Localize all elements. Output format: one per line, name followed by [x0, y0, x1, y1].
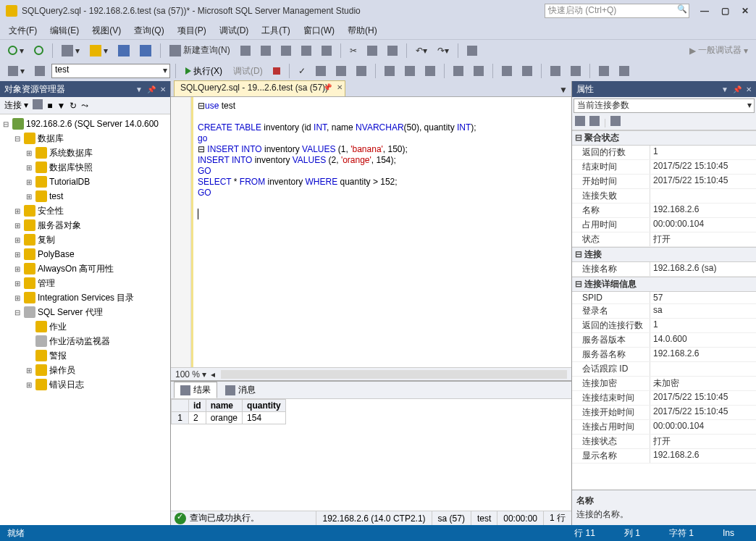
new-item-button[interactable]: ▾	[58, 43, 83, 58]
menu-project[interactable]: 项目(P)	[175, 25, 209, 37]
specify-values-button[interactable]	[547, 64, 564, 77]
col-quantity[interactable]: quantity	[243, 400, 286, 412]
quick-launch-input[interactable]: 快速启动 (Ctrl+Q)	[545, 4, 689, 18]
props-alphabetize-button[interactable]	[589, 116, 600, 128]
connect-button[interactable]: 连接 ▾	[4, 99, 28, 112]
oe-disconnect-button[interactable]	[33, 99, 43, 112]
table-row[interactable]: 12orange154	[172, 412, 286, 424]
tb-extra1-button[interactable]	[595, 64, 613, 77]
database-combo[interactable]: test	[51, 64, 170, 78]
object-filter-button[interactable]	[31, 64, 49, 77]
cut-button[interactable]: ✂	[346, 44, 361, 57]
paste-button[interactable]	[384, 44, 401, 57]
query-type4-button[interactable]	[298, 44, 315, 57]
props-categorize-button[interactable]	[575, 116, 585, 128]
results-file-button[interactable]	[421, 64, 439, 77]
props-events-button[interactable]	[610, 116, 621, 128]
management-node[interactable]: 管理	[38, 277, 55, 290]
menu-debug[interactable]: 调试(D)	[217, 25, 252, 37]
oe-sync-button[interactable]: ⤳	[81, 101, 88, 111]
menu-edit[interactable]: 编辑(E)	[47, 25, 82, 37]
integration-node[interactable]: Integration Services 目录	[38, 292, 134, 304]
results-text-button[interactable]	[381, 64, 398, 77]
uncomment-button[interactable]	[470, 64, 487, 77]
stop-button[interactable]	[269, 66, 284, 76]
new-query-button[interactable]: 新建查询(N)	[166, 43, 234, 58]
nav-fwd-button[interactable]	[30, 44, 47, 56]
execute-button[interactable]: 执行(X)	[181, 64, 227, 78]
props-pin-icon[interactable]: 📌	[733, 85, 742, 93]
oe-refresh-button[interactable]: ↻	[70, 101, 77, 111]
query-type5-button[interactable]	[318, 44, 335, 57]
menu-window[interactable]: 窗口(W)	[301, 25, 337, 37]
maximize-button[interactable]: ▢	[720, 6, 730, 16]
menu-query[interactable]: 查询(Q)	[131, 25, 167, 37]
debug-button[interactable]: 调试(D)	[230, 64, 266, 79]
query-type2-button[interactable]	[257, 44, 274, 57]
oe-dropdown-icon[interactable]: ▼	[135, 85, 143, 93]
save-all-button[interactable]	[136, 43, 155, 58]
dbsnap-node[interactable]: 数据库快照	[49, 162, 93, 174]
server-node[interactable]: 192.168.2.6 (SQL Server 14.0.600	[26, 119, 159, 129]
find-button[interactable]	[463, 44, 481, 57]
oe-close-icon[interactable]: ✕	[160, 85, 166, 93]
props-cat-connection[interactable]: 连接	[572, 247, 756, 262]
props-dropdown-icon[interactable]: ▼	[721, 85, 728, 93]
messages-tab[interactable]: 消息	[219, 382, 262, 398]
oe-pin-icon[interactable]: 📌	[147, 85, 156, 93]
indent-button[interactable]	[498, 64, 516, 77]
object-type-button[interactable]: ▾	[4, 64, 28, 77]
menu-help[interactable]: 帮助(H)	[345, 25, 380, 37]
debugger-combo[interactable]: ▶ 一般调试器 ▾	[686, 43, 752, 58]
horiz-scrollbar[interactable]	[221, 370, 567, 379]
tutorialdb-node[interactable]: TutorialDB	[49, 177, 90, 187]
serverobj-node[interactable]: 服务器对象	[38, 219, 81, 232]
outdent-button[interactable]	[518, 64, 536, 77]
zoom-combo[interactable]: 100 % ▾	[175, 369, 206, 379]
menu-tools[interactable]: 工具(T)	[259, 25, 293, 37]
tb-extra2-button[interactable]	[616, 64, 633, 77]
save-button[interactable]	[114, 43, 133, 58]
col-id[interactable]: id	[189, 400, 206, 412]
errorlog-node[interactable]: 错误日志	[49, 379, 84, 391]
sysdb-node[interactable]: 系统数据库	[49, 147, 93, 159]
live-stats-button[interactable]	[353, 64, 370, 77]
props-cat-aggregate[interactable]: 聚合状态	[572, 130, 756, 146]
replication-node[interactable]: 复制	[38, 234, 55, 246]
agent-node[interactable]: SQL Server 代理	[38, 306, 103, 319]
tabstrip-dropdown-icon[interactable]: ▼	[555, 83, 571, 96]
menu-view[interactable]: 视图(V)	[89, 25, 124, 37]
specify-values2-button[interactable]	[567, 64, 584, 77]
pin-icon[interactable]: 📌	[323, 83, 332, 91]
minimize-button[interactable]: —	[700, 6, 710, 16]
databases-node[interactable]: 数据库	[38, 133, 64, 145]
file-tab-active[interactable]: SQLQuery2.sql - 19...2.6.test (sa (57))*…	[174, 80, 345, 96]
props-cat-conndetail[interactable]: 连接详细信息	[572, 277, 756, 292]
comment-button[interactable]	[450, 64, 467, 77]
nav-back-button[interactable]: ▾	[4, 44, 28, 57]
open-button[interactable]: ▾	[86, 43, 112, 58]
close-button[interactable]: ✕	[740, 6, 750, 16]
oe-filter-button[interactable]: ▼	[57, 101, 66, 111]
copy-button[interactable]	[364, 44, 381, 57]
test-node[interactable]: test	[49, 191, 63, 201]
query-type-button[interactable]	[237, 44, 254, 57]
col-name[interactable]: name	[206, 400, 242, 412]
results-tab[interactable]: 结果	[174, 382, 217, 398]
object-tree[interactable]: ⊟192.168.2.6 (SQL Server 14.0.600 ⊟数据库 ⊞…	[0, 114, 170, 525]
polybase-node[interactable]: PolyBase	[38, 249, 75, 259]
operators-node[interactable]: 操作员	[49, 364, 75, 377]
props-object-combo[interactable]: 当前连接参数	[574, 98, 755, 113]
alerts-node[interactable]: 警报	[49, 350, 67, 362]
props-grid[interactable]: 聚合状态 返回的行数1 结束时间2017/5/22 15:10:45 开始时间2…	[572, 130, 756, 490]
undo-button[interactable]: ↶▾	[412, 44, 431, 57]
query-type3-button[interactable]	[277, 44, 295, 57]
props-close-icon[interactable]: ✕	[746, 85, 752, 93]
alwayson-node[interactable]: AlwaysOn 高可用性	[38, 263, 114, 275]
jobs-node[interactable]: 作业	[49, 321, 67, 333]
oe-stop-button[interactable]: ■	[47, 101, 52, 111]
estimated-plan-button[interactable]	[312, 64, 329, 77]
code-editor[interactable]: ⊟use test CREATE TABLE inventory (id INT…	[191, 97, 571, 367]
security-node[interactable]: 安全性	[38, 205, 64, 217]
jobmon-node[interactable]: 作业活动监视器	[49, 335, 110, 348]
